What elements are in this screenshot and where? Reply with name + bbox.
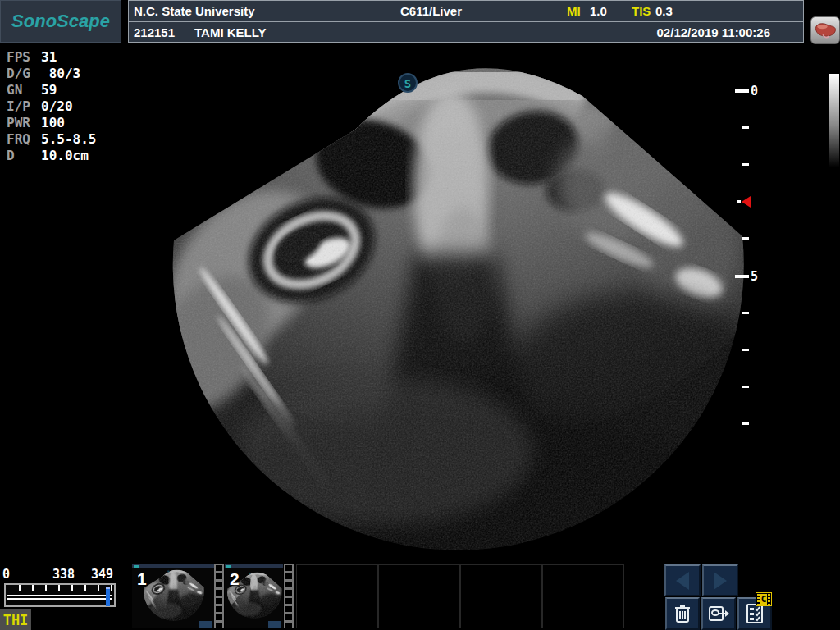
mi-label: MI xyxy=(567,4,581,18)
thumbnail-clip-1[interactable]: 1 xyxy=(132,564,214,628)
param-value: 0/20 xyxy=(41,98,73,114)
depth-tick xyxy=(742,126,749,129)
brand-logo: SonoScape xyxy=(0,0,121,43)
cine-tick-marks xyxy=(7,585,112,591)
param-label: FRQ xyxy=(7,131,41,148)
grayscale-map xyxy=(829,74,839,167)
acquisition-parameters: FPS31D/G 80/3GN59I/P0/20PWR100FRQ5.5-8.5… xyxy=(7,49,96,164)
param-row: FPS31 xyxy=(7,49,96,66)
param-row: PWR100 xyxy=(7,115,96,131)
param-row: GN59 xyxy=(7,82,96,98)
export-button[interactable] xyxy=(701,597,736,630)
param-row: D/G 80/3 xyxy=(7,66,96,82)
header-row-exam: N.C. State University C611/Liver MI 1.0 … xyxy=(129,1,803,22)
thumbnail-slot-empty xyxy=(378,564,460,628)
probe-orientation-marker xyxy=(399,74,417,92)
param-row: FRQ5.5-8.5 xyxy=(7,131,96,148)
filmstrip-icon xyxy=(284,564,294,628)
depth-tick xyxy=(737,200,741,203)
depth-tick xyxy=(742,349,749,351)
exam-type-button[interactable] xyxy=(810,16,840,44)
cine-badge: C xyxy=(756,592,772,606)
liver-icon xyxy=(813,20,838,41)
param-label: I/P xyxy=(7,98,41,115)
filmstrip-icon xyxy=(214,564,224,628)
param-value: 31 xyxy=(41,49,57,65)
trash-icon xyxy=(674,604,691,623)
chevron-left-icon xyxy=(676,572,689,590)
depth-tick xyxy=(742,422,749,425)
depth-tick xyxy=(742,163,749,166)
depth-tick xyxy=(742,386,749,388)
thumbnail-slot-empty xyxy=(296,564,378,628)
param-value: 5.5-8.5 xyxy=(41,131,96,147)
param-label: FPS xyxy=(7,49,41,66)
thumbnail-clip-2[interactable]: 2 xyxy=(225,564,283,628)
ultrasound-screen: S SonoScape N.C. State University C611/L… xyxy=(0,0,840,630)
export-image-icon xyxy=(708,604,729,623)
param-row: I/P0/20 xyxy=(7,98,96,115)
brand-name: SonoScape xyxy=(11,11,110,32)
header-row-patient: 212151 TAMI KELLY 02/12/2019 11:00:26 xyxy=(129,22,803,43)
cine-min: 0 xyxy=(2,567,10,582)
thumbnail-number: 1 xyxy=(137,569,147,589)
header-bar: N.C. State University C611/Liver MI 1.0 … xyxy=(128,0,804,43)
probe-preset: C611/Liver xyxy=(400,4,462,18)
depth-tick xyxy=(735,275,749,278)
depth-tick xyxy=(742,312,749,314)
param-label: D xyxy=(7,148,41,164)
param-label: D/G xyxy=(7,66,41,82)
depth-label: 5 xyxy=(751,269,758,284)
svg-text:S: S xyxy=(404,77,411,90)
param-value: 100 xyxy=(41,115,65,130)
cine-badge-letter: C xyxy=(760,594,767,605)
prev-page-button[interactable] xyxy=(664,564,701,596)
next-page-button[interactable] xyxy=(702,564,738,596)
param-label: PWR xyxy=(7,115,41,131)
cine-position-slider[interactable] xyxy=(4,583,116,607)
param-label: GN xyxy=(7,82,41,98)
ultrasound-image: S xyxy=(0,0,840,630)
delete-button[interactable] xyxy=(665,597,700,630)
chevron-right-icon xyxy=(714,572,727,590)
param-value: 59 xyxy=(41,82,57,98)
depth-tick xyxy=(742,237,749,240)
thi-mode-badge: THI xyxy=(0,609,31,630)
thumbnail-number: 2 xyxy=(230,569,240,589)
cine-max: 349 xyxy=(91,567,113,582)
mi-value: 1.0 xyxy=(590,4,607,18)
institution-name: N.C. State University xyxy=(134,4,255,18)
cine-position-marker[interactable] xyxy=(106,587,110,606)
param-value: 80/3 xyxy=(41,66,80,81)
thumbnail-slot-empty xyxy=(542,564,624,628)
focus-marker-icon[interactable] xyxy=(742,196,751,208)
cine-current: 338 xyxy=(52,567,75,582)
thumbnail-slot-empty xyxy=(460,564,542,628)
depth-label: 0 xyxy=(751,84,758,98)
patient-name: TAMI KELLY xyxy=(194,25,267,39)
tis-value: 0.3 xyxy=(655,4,673,18)
depth-ruler: 05 xyxy=(730,0,771,630)
param-value: 10.0cm xyxy=(41,148,89,163)
tis-label: TIS xyxy=(632,4,651,18)
patient-id: 212151 xyxy=(134,25,175,39)
depth-tick xyxy=(735,89,749,93)
param-row: D10.0cm xyxy=(7,148,96,164)
